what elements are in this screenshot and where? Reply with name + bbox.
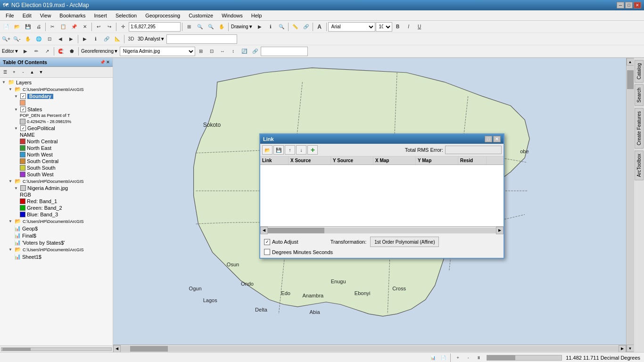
dialog-add-point-button[interactable]: ✛	[307, 145, 318, 155]
underline-button[interactable]: U	[414, 22, 425, 32]
geop-item[interactable]: 📊 Geop$	[1, 225, 112, 232]
pan-button[interactable]: ✋	[216, 22, 227, 32]
zoom-in-status-btn[interactable]: +	[454, 354, 462, 362]
toc-pin-button[interactable]: 📌	[100, 60, 105, 65]
map-hscrollbar[interactable]: ◀ ▶	[113, 345, 626, 352]
redo-button[interactable]: ↪	[104, 22, 115, 32]
search-tab[interactable]: Search	[635, 84, 644, 106]
new-button[interactable]: 📄	[1, 22, 11, 32]
close-button[interactable]: ✕	[634, 2, 641, 8]
forward-button[interactable]: ▶	[66, 34, 76, 44]
georef-btn2[interactable]: ⊡	[206, 46, 217, 57]
zoom-out-button[interactable]: 🔍	[206, 22, 216, 32]
full-extent-button[interactable]: ⊞	[184, 22, 194, 32]
undo-button[interactable]: ↩	[93, 22, 104, 32]
dialog-close-button[interactable]: ✕	[493, 136, 501, 142]
map-vscroll-up[interactable]: ▲	[627, 58, 634, 66]
maximize-button[interactable]: □	[625, 2, 633, 8]
north-central-item[interactable]: North Central	[1, 138, 112, 145]
tool3d-button[interactable]: 3D	[126, 34, 136, 44]
identify-button[interactable]: ℹ	[265, 22, 276, 32]
print-button[interactable]: 🖨	[33, 22, 44, 32]
map-vscroll-track[interactable]	[627, 66, 634, 345]
dialog-hscroll-thumb[interactable]	[268, 228, 324, 233]
path4-group[interactable]: ▼ 📂 C:\Users\HP\Documents\ArcGIS	[1, 246, 112, 253]
toc-hscroll-thumb[interactable]	[2, 348, 31, 351]
menu-bookmarks[interactable]: Bookmarks	[56, 12, 89, 19]
extent-button[interactable]: ⊡	[44, 34, 55, 44]
catalog-tab[interactable]: Catalog	[635, 60, 644, 82]
voters-item[interactable]: 📊 'Voters by States$'	[1, 239, 112, 246]
dialog-hscrollbar[interactable]: ◀ ▶	[260, 226, 504, 234]
path2-group[interactable]: ▼ 📂 C:\Users\HP\Documents\ArcGIS	[1, 178, 112, 185]
dialog-up-button[interactable]: ↑	[285, 145, 295, 155]
north-west-item[interactable]: North West	[1, 151, 112, 158]
zoom-out-fixed-button[interactable]: 🔍-	[12, 34, 22, 44]
georef-btn5[interactable]: 🔄	[239, 46, 249, 57]
pause-btn[interactable]: ⏸	[474, 354, 483, 362]
dialog-save-button[interactable]: 💾	[273, 145, 284, 155]
boundary-item[interactable]: ▼ ✓ Boundary	[1, 93, 112, 99]
georef-btn1[interactable]: ⊞	[196, 46, 206, 57]
hand-tool-button[interactable]: ✋	[23, 34, 33, 44]
bold-button[interactable]: B	[393, 22, 403, 32]
3d-input[interactable]	[166, 34, 237, 44]
path1-group[interactable]: ▼ 📂 C:\Users\HP\Documents\ArcGIS	[1, 86, 112, 93]
menu-help[interactable]: Help	[248, 12, 266, 19]
map-vscroll-down[interactable]: ▼	[627, 345, 634, 352]
edit2-button[interactable]: ✏	[31, 46, 41, 57]
geopolitical-item[interactable]: ▼ ✓ GeoPolitical	[1, 125, 112, 132]
find-button[interactable]: 🔍	[276, 22, 287, 32]
hyperlink2-button[interactable]: 🔗	[101, 34, 112, 44]
select-button[interactable]: ▶	[255, 22, 265, 32]
dialog-open-button[interactable]: 📂	[262, 145, 272, 155]
map-hscroll-thumb[interactable]	[130, 346, 168, 352]
italic-button[interactable]: I	[404, 22, 414, 32]
measure2-button[interactable]: 📐	[112, 34, 123, 44]
menu-view[interactable]: View	[36, 12, 55, 19]
north-east-item[interactable]: North East	[1, 145, 112, 151]
move-button[interactable]: ✛	[118, 22, 128, 32]
menu-geoprocessing[interactable]: Geoprocessing	[141, 12, 184, 19]
south-south-item[interactable]: South South	[1, 165, 112, 171]
text-button[interactable]: A	[314, 22, 325, 32]
back-button[interactable]: ◀	[55, 34, 66, 44]
dialog-scroll-left[interactable]: ◀	[260, 227, 268, 234]
dialog-scroll-right[interactable]: ▶	[496, 227, 504, 234]
zoom-out-status-btn[interactable]: -	[464, 354, 472, 362]
scale-input[interactable]: 1:6,827,295	[129, 22, 181, 32]
geopolitical-checkbox[interactable]: ✓	[20, 125, 26, 131]
nigeria-admin-checkbox[interactable]	[20, 185, 26, 191]
paste-button[interactable]: 📌	[69, 22, 79, 32]
states-checkbox[interactable]: ✓	[20, 107, 26, 112]
georef-btn6[interactable]: 🔗	[250, 46, 260, 57]
boundary-checkbox[interactable]: ✓	[20, 93, 26, 99]
layout-view-btn[interactable]: 📄	[439, 354, 447, 362]
toc-expand-button[interactable]: +	[10, 68, 18, 76]
create-features-tab[interactable]: Create Features	[635, 108, 644, 148]
toc-list-button[interactable]: ☰	[1, 68, 9, 76]
dialog-down-button[interactable]: ↓	[296, 145, 306, 155]
bottom-hscroll-thumb[interactable]	[487, 355, 515, 360]
south-west-item[interactable]: South West	[1, 171, 112, 178]
measure-button[interactable]: 📏	[290, 22, 300, 32]
delete-button[interactable]: ✕	[80, 22, 90, 32]
dialog-table-body[interactable]	[260, 165, 504, 226]
minimize-button[interactable]: ─	[617, 2, 624, 8]
map-hscroll-track[interactable]	[121, 346, 619, 352]
identify2-button[interactable]: ℹ	[91, 34, 101, 44]
bottom-hscroll[interactable]	[487, 355, 562, 361]
menu-insert[interactable]: Insert	[90, 12, 111, 19]
menu-customize[interactable]: Customize	[185, 12, 217, 19]
map-hscroll-left[interactable]: ◀	[113, 345, 121, 353]
save-button[interactable]: 💾	[23, 22, 33, 32]
open-button[interactable]: 📂	[12, 22, 22, 32]
nigeria-admin-item[interactable]: ▼ Nigeria Admin.jpg	[1, 185, 112, 191]
copy-button[interactable]: 📋	[58, 22, 68, 32]
title-bar-buttons[interactable]: ─ □ ✕	[617, 2, 641, 8]
font-dropdown[interactable]: Arial	[328, 22, 375, 32]
toc-collapse-button[interactable]: -	[19, 68, 27, 76]
map-hscroll-right[interactable]: ▶	[619, 345, 626, 353]
dialog-hscroll-track[interactable]	[268, 228, 496, 233]
path3-group[interactable]: ▼ 📂 C:\Users\HP\Documents\ArcGIS	[1, 218, 112, 225]
